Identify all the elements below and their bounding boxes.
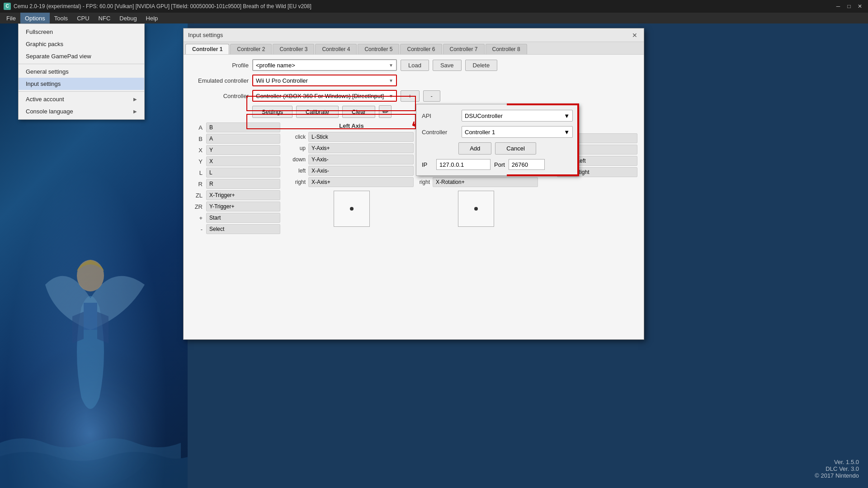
left-axis-up: up Y-Axis+ — [289, 143, 414, 153]
btn-mapping-a[interactable]: B — [206, 122, 280, 132]
tab-controller-8[interactable]: Controller 8 — [486, 44, 527, 54]
dsu-api-label: API — [422, 113, 458, 119]
tab-controller-7[interactable]: Controller 7 — [443, 44, 485, 54]
emulated-controller-label: Emulated controller — [190, 77, 249, 84]
clear-button[interactable]: Clear — [342, 106, 375, 118]
dsu-controller-select[interactable]: Controller 1 ▼ — [462, 126, 573, 138]
menu-debug[interactable]: Debug — [115, 13, 141, 23]
btn-mapping-r[interactable]: R — [206, 179, 280, 189]
dropdown-fullscreen[interactable]: Fullscreen — [19, 26, 144, 38]
dropdown-separate-gamepad[interactable]: Separate GamePad view — [19, 50, 144, 62]
dropdown-general-settings[interactable]: General settings — [19, 66, 144, 78]
dsu-buttons: Add Cancel — [422, 142, 573, 155]
tab-controller-2[interactable]: Controller 2 — [230, 44, 272, 54]
controller-remove-button[interactable]: - — [423, 90, 440, 102]
input-settings-dialog: Input settings ✕ Controller 1 Controller… — [183, 28, 644, 340]
dropdown-sep-2 — [19, 91, 144, 92]
menu-cpu[interactable]: CPU — [72, 13, 94, 23]
menubar: File Options Tools CPU NFC Debug Help — [0, 13, 868, 23]
tab-controller-4[interactable]: Controller 4 — [315, 44, 357, 54]
dialog-content: Profile <profile name> ▼ Load Save Delet… — [184, 55, 644, 339]
dsu-ip-input[interactable]: 127.0.0.1 — [436, 159, 491, 170]
profile-arrow: ▼ — [389, 63, 393, 68]
menu-nfc[interactable]: NFC — [94, 13, 115, 23]
btn-row-x: X Y — [190, 145, 280, 155]
btn-mapping-x[interactable]: Y — [206, 145, 280, 155]
dialog-close-button[interactable]: ✕ — [630, 31, 639, 40]
left-right-mapping[interactable]: X-Axis+ — [308, 177, 414, 187]
wave-svg — [0, 352, 188, 488]
dsu-api-value: DSUController — [465, 113, 503, 119]
calibrate-button[interactable]: Calibrate — [296, 106, 339, 118]
emulated-controller-row: Emulated controller Wii U Pro Controller… — [190, 75, 637, 86]
controller-add-button[interactable]: + — [401, 90, 420, 102]
btn-label-x: X — [190, 147, 203, 154]
btn-mapping-b[interactable]: A — [206, 134, 280, 144]
left-click-mapping[interactable]: L-Stick — [308, 132, 414, 142]
btn-mapping-y[interactable]: X — [206, 156, 280, 166]
button-list: A B B A X Y Y X L L — [190, 122, 280, 234]
emulated-controller-arrow: ▼ — [389, 78, 393, 83]
profile-select[interactable]: <profile name> ▼ — [252, 59, 397, 71]
right-right-mapping[interactable]: X-Rotation+ — [433, 177, 538, 187]
tab-controller-6[interactable]: Controller 6 — [400, 44, 442, 54]
delete-button[interactable]: Delete — [465, 60, 498, 71]
menu-help[interactable]: Help — [142, 13, 163, 23]
dsu-bottom-border — [507, 174, 579, 176]
tab-controller-3[interactable]: Controller 3 — [273, 44, 314, 54]
right-axis-dot — [474, 207, 478, 211]
menu-tools[interactable]: Tools — [50, 13, 72, 23]
dsu-controller-value: Controller 1 — [465, 129, 495, 136]
version-line3: © 2017 Nintendo — [815, 472, 859, 479]
left-up-mapping[interactable]: Y-Axis+ — [308, 143, 414, 153]
profile-label: Profile — [190, 62, 249, 69]
emulated-controller-select[interactable]: Wii U Pro Controller ▼ — [252, 75, 397, 86]
minimize-button[interactable]: ─ — [834, 2, 843, 11]
menu-file[interactable]: File — [2, 13, 20, 23]
dropdown-console-language[interactable]: Console language ▶ — [19, 105, 144, 117]
dsu-cancel-button[interactable]: Cancel — [495, 142, 536, 155]
left-right-dir: right — [289, 179, 306, 185]
dropdown-active-account[interactable]: Active account ▶ — [19, 93, 144, 105]
left-axis-col: Left Axis click L-Stick up Y-Axis+ down … — [289, 122, 414, 234]
pencil-button[interactable]: ✏ — [379, 105, 392, 118]
left-axis-right: right X-Axis+ — [289, 177, 414, 187]
btn-row-minus: - Select — [190, 224, 280, 234]
btn-label-plus: + — [190, 215, 203, 221]
menu-options[interactable]: Options — [20, 13, 50, 23]
dsu-api-row: API DSUController ▼ — [422, 110, 573, 122]
left-left-mapping[interactable]: X-Axis- — [308, 166, 414, 176]
emulated-controller-value: Wii U Pro Controller — [256, 77, 308, 84]
left-down-mapping[interactable]: Y-Axis- — [308, 155, 414, 164]
settings-button[interactable]: Settings — [252, 106, 292, 118]
save-button[interactable]: Save — [433, 60, 462, 71]
tab-controller-1[interactable]: Controller 1 — [185, 44, 229, 54]
maximize-button[interactable]: □ — [844, 2, 854, 11]
dsu-api-arrow: ▼ — [564, 113, 570, 119]
controller-select[interactable]: Controller (XBOX 360 For Windows) [Direc… — [252, 90, 397, 102]
btn-mapping-plus[interactable]: Start — [206, 213, 280, 223]
dsu-port-input[interactable]: 26760 — [509, 159, 545, 170]
svg-point-1 — [77, 260, 104, 291]
left-axis-left: left X-Axis- — [289, 166, 414, 176]
btn-row-zl: ZL X-Trigger+ — [190, 190, 280, 200]
btn-mapping-zl[interactable]: X-Trigger+ — [206, 190, 280, 200]
left-click-dir: click — [289, 134, 306, 140]
dsu-api-select[interactable]: DSUController ▼ — [462, 110, 573, 122]
dsu-add-button[interactable]: Add — [458, 142, 491, 155]
controller-tabs: Controller 1 Controller 2 Controller 3 C… — [184, 42, 644, 55]
right-axis-right: right X-Rotation+ — [414, 177, 538, 187]
btn-mapping-l[interactable]: L — [206, 168, 280, 178]
tab-controller-5[interactable]: Controller 5 — [358, 44, 399, 54]
load-button[interactable]: Load — [401, 60, 429, 71]
dropdown-graphic-packs[interactable]: Graphic packs — [19, 38, 144, 50]
controller-arrow: ▼ — [389, 94, 393, 99]
btn-mapping-minus[interactable]: Select — [206, 224, 280, 234]
close-button[interactable]: ✕ — [855, 2, 864, 11]
left-up-dir: up — [289, 145, 306, 151]
dropdown-input-settings[interactable]: Input settings — [19, 78, 144, 90]
btn-row-a: A B — [190, 122, 280, 132]
dialog-titlebar: Input settings ✕ — [184, 28, 644, 42]
btn-mapping-zr[interactable]: Y-Trigger+ — [206, 202, 280, 211]
left-axis-click: click L-Stick — [289, 132, 414, 142]
